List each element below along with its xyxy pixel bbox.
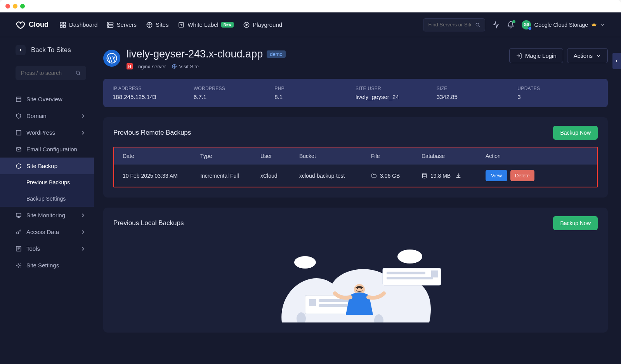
avatar: GS <box>522 20 531 29</box>
remote-backups-panel: Previous Remote Backups Backup Now Date … <box>103 117 608 198</box>
tools-icon <box>16 246 22 252</box>
sidebar-item-monitoring[interactable]: Site Monitoring <box>0 207 94 224</box>
nav-playground-label: Playground <box>253 21 282 28</box>
svg-rect-13 <box>16 97 21 102</box>
chevron-right-icon <box>80 229 86 235</box>
avatar-provider-dot <box>528 26 532 30</box>
svg-point-24 <box>397 250 422 263</box>
sidebar-sub-backup-settings[interactable]: Backup Settings <box>0 191 94 207</box>
svg-point-7 <box>108 26 109 27</box>
info-value: 6.7.1 <box>194 94 275 100</box>
panel-title: Previous Remote Backups <box>113 129 191 137</box>
window-close-dot[interactable] <box>5 4 10 9</box>
site-actions: Magic Login Actions <box>509 48 608 63</box>
sidebar-item-access[interactable]: Access Data <box>0 224 94 240</box>
server-provider-badge: H <box>127 63 133 69</box>
brand-text: Cloud <box>29 21 49 29</box>
backup-now-button[interactable]: Backup Now <box>553 126 598 140</box>
chevron-right-icon <box>80 212 86 218</box>
svg-rect-29 <box>387 277 433 279</box>
col-db-header: Database <box>422 153 486 159</box>
right-drawer-toggle[interactable] <box>612 53 621 69</box>
sidebar-item-wordpress[interactable]: WordPress <box>0 124 94 141</box>
sidebar-search[interactable] <box>16 66 86 80</box>
window-max-dot[interactable] <box>20 4 25 9</box>
account-name: Google Cloud Storage <box>534 22 588 28</box>
sidebar-item-label: Site Backup <box>26 163 57 169</box>
body-layout: Back To Sites Site Overview Domain WordP… <box>0 37 621 364</box>
col-user-header: User <box>260 153 299 159</box>
col-type-header: Type <box>200 153 260 159</box>
sidebar-item-domain[interactable]: Domain <box>0 107 94 124</box>
info-php: PHP8.1 <box>274 86 356 100</box>
window-min-dot[interactable] <box>13 4 17 9</box>
cell-bucket: xcloud-backup-test <box>299 173 371 179</box>
actions-dropdown[interactable]: Actions <box>567 48 608 63</box>
chevron-right-icon <box>80 130 86 136</box>
site-meta: H nginx-server Visit Site <box>127 63 286 69</box>
info-label: PHP <box>274 86 356 91</box>
site-title: lively-geyser-243.x-cloud.app <box>127 48 263 60</box>
back-to-sites[interactable]: Back To Sites <box>16 45 86 55</box>
notifications-button[interactable] <box>507 21 515 29</box>
nav-dashboard[interactable]: Dashboard <box>59 21 97 28</box>
svg-rect-14 <box>16 130 21 135</box>
cell-type: Incremental Full <box>200 173 260 179</box>
cell-action: View Delete <box>486 170 588 181</box>
delete-button[interactable]: Delete <box>510 170 534 181</box>
magic-login-button[interactable]: Magic Login <box>509 48 563 63</box>
panel-header: Previous Local Backups Backup Now <box>113 216 598 230</box>
brand-logo[interactable]: Cloud <box>16 20 49 30</box>
mail-icon <box>16 146 22 153</box>
info-wordpress: WORDPRESS6.7.1 <box>194 86 275 100</box>
nav-white-label[interactable]: White Label New <box>178 21 234 28</box>
sidebar-sub-previous-backups[interactable]: Previous Backups <box>0 174 94 191</box>
nav-items: Dashboard Servers Sites White Label New … <box>59 21 282 28</box>
cell-database: 19.8 MB <box>422 173 486 179</box>
nav-playground[interactable]: Playground <box>243 21 282 28</box>
global-search[interactable] <box>423 18 485 31</box>
svg-point-19 <box>18 265 19 266</box>
sidebar-backup-submenu: Previous Backups Backup Settings <box>0 174 94 207</box>
sidebar-search-input[interactable] <box>21 70 75 76</box>
back-button[interactable] <box>16 45 26 55</box>
login-icon <box>516 53 522 59</box>
sidebar-item-backup[interactable]: Site Backup <box>0 158 94 174</box>
server-name[interactable]: nginx-server <box>138 64 166 69</box>
info-value: lively_geyser_24 <box>356 94 437 100</box>
info-bar: IP ADDRESS188.245.125.143 WORDPRESS6.7.1… <box>103 79 608 107</box>
sidebar-item-overview[interactable]: Site Overview <box>0 91 94 107</box>
user-menu[interactable]: GS Google Cloud Storage <box>522 20 605 29</box>
info-value: 3 <box>517 94 598 100</box>
svg-rect-0 <box>60 22 62 24</box>
wordpress-icon <box>16 130 22 136</box>
sidebar-item-settings[interactable]: Site Settings <box>0 257 94 274</box>
backup-now-button[interactable]: Backup Now <box>553 216 598 230</box>
site-title-row: lively-geyser-243.x-cloud.app demo <box>127 48 286 60</box>
svg-rect-37 <box>361 288 362 289</box>
search-input[interactable] <box>428 22 471 28</box>
backup-icon <box>16 163 22 169</box>
nav-white-label-label: White Label <box>187 21 218 28</box>
nav-sites[interactable]: Sites <box>146 21 168 28</box>
sidebar-item-email[interactable]: Email Configuration <box>0 141 94 158</box>
info-label: WORDPRESS <box>194 86 275 91</box>
download-db-button[interactable] <box>455 173 461 179</box>
visit-site-link[interactable]: Visit Site <box>172 64 199 69</box>
shield-icon <box>16 113 22 119</box>
play-icon <box>243 21 250 28</box>
search-icon <box>475 22 480 28</box>
svg-rect-2 <box>60 25 62 27</box>
sidebar-item-tools[interactable]: Tools <box>0 240 94 257</box>
sidebar-item-label: Access Data <box>26 229 59 235</box>
info-ip: IP ADDRESS188.245.125.143 <box>113 86 194 100</box>
panel-header: Previous Remote Backups Backup Now <box>113 126 598 140</box>
nav-servers[interactable]: Servers <box>107 21 137 28</box>
sidebar-item-label: Backup Settings <box>26 196 66 202</box>
view-button[interactable]: View <box>486 170 507 181</box>
chevron-right-icon <box>80 246 86 252</box>
info-label: SITE USER <box>356 86 437 91</box>
activity-button[interactable] <box>492 21 500 29</box>
table-row: 10 Feb 2025 03:33 AM Incremental Full xC… <box>114 165 597 187</box>
nav-servers-label: Servers <box>116 21 137 28</box>
